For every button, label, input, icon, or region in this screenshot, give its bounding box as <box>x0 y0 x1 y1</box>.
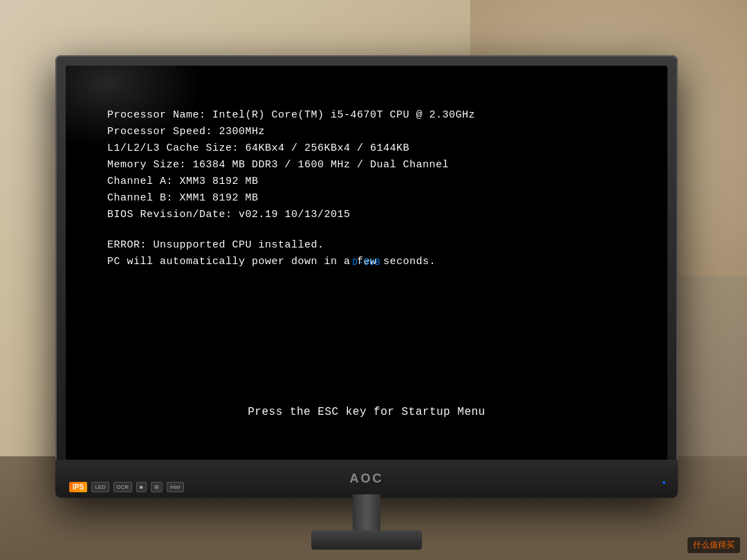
extra-badge-2: ⊞ <box>151 482 163 492</box>
led-badge: LED <box>91 482 109 492</box>
monitor-stand-base <box>311 530 422 550</box>
watermark: 什么值得买 <box>688 537 740 553</box>
monitor-brand-label: AOC <box>350 472 384 486</box>
monitor-bottom-bar: AOC IPS LED DCR ■ ⊞ intel <box>55 460 678 498</box>
bios-line-memory: Memory Size: 16384 MB DDR3 / 1600 MHz / … <box>107 157 626 174</box>
monitor-screen: Processor Name: Intel(R) Core(TM) i5-467… <box>66 66 667 460</box>
dcr-badge: DCR <box>113 482 132 492</box>
monitor-bezel: Processor Name: Intel(R) Core(TM) i5-467… <box>55 55 678 498</box>
bios-line-bios-revision: BIOS Revision/Date: v02.19 10/13/2015 <box>107 207 626 223</box>
dsub-indicator: D-SUB <box>352 258 380 268</box>
bios-line-channel-b: Channel B: XMM1 8192 MB <box>107 190 626 207</box>
monitor-stand-neck <box>353 494 380 532</box>
photo-container: Processor Name: Intel(R) Core(TM) i5-467… <box>0 0 747 560</box>
ips-badge: IPS <box>69 482 87 492</box>
bios-line-cache: L1/L2/L3 Cache Size: 64KBx4 / 256KBx4 / … <box>107 140 626 157</box>
bios-line-processor-name: Processor Name: Intel(R) Core(TM) i5-467… <box>107 107 626 124</box>
bios-screen: Processor Name: Intel(R) Core(TM) i5-467… <box>66 66 667 460</box>
monitor-status-bar: IPS LED DCR ■ ⊞ intel <box>69 482 184 492</box>
extra-badge-1: ■ <box>136 482 147 492</box>
power-indicator-dot <box>663 481 665 484</box>
bios-error-line-1: ERROR: Unsupported CPU installed. <box>107 237 626 254</box>
bios-info-section: Processor Name: Intel(R) Core(TM) i5-467… <box>107 107 626 270</box>
extra-badge-3: intel <box>167 482 184 492</box>
press-esc-text: Press the ESC key for Startup Menu <box>66 406 667 418</box>
bios-line-processor-speed: Processor Speed: 2300MHz <box>107 124 626 140</box>
bios-line-channel-a: Channel A: XMM3 8192 MB <box>107 174 626 190</box>
